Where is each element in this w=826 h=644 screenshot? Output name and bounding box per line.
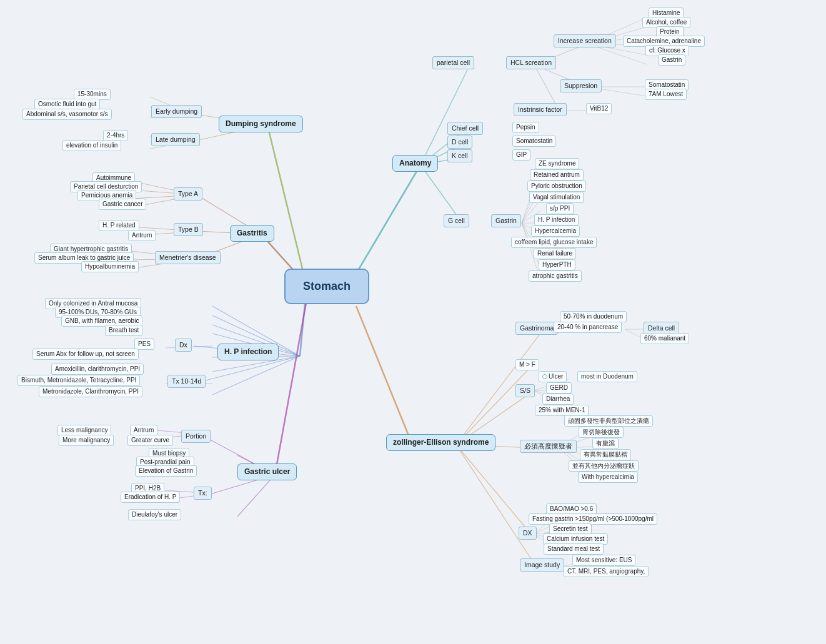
ze-synd: ZE syndrome bbox=[535, 158, 579, 169]
suspect-3: 有腹瀉 bbox=[592, 438, 619, 449]
ze-diarrhea: Diarrhea bbox=[542, 394, 574, 405]
section-gastritis: Gastritis bbox=[230, 225, 274, 242]
fasting-gastrin: Fasting gastrin >150pg/ml (>500-1000pg/m… bbox=[529, 513, 657, 525]
hp-bismuth: Bismuth, Metronidazole, Tetracycline, PP… bbox=[17, 375, 140, 386]
antrum-b: Antrum bbox=[128, 230, 156, 241]
gu-gastrin: Elevation of Gastrin bbox=[135, 465, 197, 477]
center-node: Stomach bbox=[284, 269, 369, 304]
eus: Most sensitive: EUS bbox=[572, 555, 635, 566]
pancrease-pct: 20-40 % in pancrease bbox=[554, 322, 622, 333]
gastrin-node: Gastrin bbox=[491, 214, 521, 227]
hyperPTH: HyperPTH bbox=[539, 259, 575, 270]
section-dumping: Dumping syndrome bbox=[219, 116, 303, 132]
late-dumping: Late dumping bbox=[151, 133, 200, 146]
section-hp: H. P infection bbox=[217, 344, 279, 360]
gu-dieulafoy: Dieulafoy's ulcer bbox=[128, 509, 181, 520]
hp-dx: Dx bbox=[175, 339, 192, 352]
hp-breath: Breath test bbox=[105, 325, 142, 336]
hcl-secreation: HCL screation bbox=[506, 56, 556, 69]
suspect: 必須高度懷疑者 bbox=[520, 440, 577, 453]
ze-duodenum: most in Duodenum bbox=[577, 371, 637, 382]
suppresion: Suppresion bbox=[560, 79, 602, 92]
dumping-abdominal: Abdominal s/s, vasomotor s/s bbox=[22, 109, 112, 120]
dumping-insulin: elevation of insulin bbox=[62, 140, 121, 151]
hp-infection-gastrin: H. P infection bbox=[534, 214, 579, 225]
section-ze: zollinger-Ellison syndrome bbox=[386, 434, 495, 451]
duodenum-pct: 50-70% in duodenum bbox=[560, 311, 627, 322]
svg-line-57 bbox=[456, 445, 531, 534]
section-anatomy: Anatomy bbox=[392, 155, 438, 172]
intrinsic-factor: Instrinsic factor bbox=[514, 103, 567, 116]
hp-amox: Amoxicillin, clarithromycin, PPI bbox=[51, 364, 144, 375]
ze-men1: 25% with MEN-1 bbox=[535, 405, 589, 416]
parietal-cell: parietal cell bbox=[432, 56, 474, 69]
mind-map: Stomach Dumping syndrome Early dumping 1… bbox=[0, 0, 826, 644]
gip: GIP bbox=[512, 149, 530, 161]
hypercalcemia: Hypercalcemia bbox=[531, 225, 580, 237]
suspect-4: 有異常黏膜黏褶 bbox=[580, 449, 631, 460]
gu-greater: Greater curve bbox=[127, 435, 173, 446]
suspect-6: With hypercalcimia bbox=[578, 472, 638, 483]
somatostatin-d: Somatostatin bbox=[512, 136, 556, 147]
hp-metro: Metronidazole, Clarithromycin, PPI bbox=[39, 386, 142, 397]
increase-secreation: Increase screation bbox=[554, 34, 616, 47]
image-study: Image study bbox=[520, 558, 564, 572]
vagal-stim: Vagal stimulation bbox=[529, 192, 584, 203]
gastrinoma: Gastrinoma bbox=[515, 322, 558, 335]
suspect-2: 胃切除後復發 bbox=[579, 427, 624, 438]
gu-portion: Portion bbox=[181, 430, 211, 443]
menetrier: Menetrier's disease bbox=[155, 251, 221, 264]
suspect-5: 並有其他內分泌瘤症狀 bbox=[569, 460, 639, 472]
hypoalb: Hypoalbuminemia bbox=[81, 261, 139, 272]
gu-more-mal: More malignancy bbox=[59, 435, 114, 446]
svg-line-5 bbox=[356, 306, 412, 445]
svg-line-90 bbox=[212, 356, 300, 395]
malignant: 60% malianant bbox=[640, 333, 689, 344]
svg-line-100 bbox=[237, 475, 275, 517]
vitb12: VitB12 bbox=[586, 103, 612, 114]
gastrin-leaf: Gastrin bbox=[658, 54, 685, 66]
coffeem: coffeem lipid, glucose intake bbox=[511, 237, 597, 248]
type-b: Type B bbox=[174, 223, 203, 236]
d-cell: D cell bbox=[447, 136, 472, 149]
svg-line-4 bbox=[350, 165, 420, 284]
pepsin: Pepsin bbox=[512, 122, 539, 133]
retained-antrum: Retained antrum bbox=[530, 169, 584, 181]
svg-line-0 bbox=[267, 125, 306, 284]
atrophic: atrophic gastritis bbox=[529, 270, 582, 282]
k-cell: K cell bbox=[447, 149, 472, 162]
ze-dx: DX bbox=[519, 527, 537, 540]
7am-lowest: 7AM Lowest bbox=[645, 89, 687, 100]
svg-line-54 bbox=[456, 367, 531, 445]
suspect-1: 頑固多發性非典型部位之潰瘍 bbox=[564, 415, 653, 427]
g-cell: G cell bbox=[444, 214, 469, 227]
ct-mri: CT. MRI, PES, angiography, bbox=[564, 566, 649, 577]
mf: M > F bbox=[515, 359, 539, 370]
svg-line-58 bbox=[456, 445, 536, 567]
sp-ppi: s/p PPI bbox=[546, 203, 574, 214]
ze-gerd: GERD bbox=[546, 382, 572, 394]
section-gu: Gastric ulcer bbox=[237, 463, 297, 480]
chief-cell: Chief cell bbox=[447, 122, 483, 135]
gastric-cancer: Gastric cancer bbox=[99, 199, 146, 210]
pyloric-obs: Pyloric obstruction bbox=[527, 181, 586, 192]
ze-ss: S/S bbox=[515, 384, 535, 397]
type-a: Type A bbox=[174, 187, 202, 201]
early-dumping: Early dumping bbox=[151, 105, 202, 118]
ze-ulcer: Ulcer bbox=[539, 371, 567, 382]
gu-erad: Eradication of H. P bbox=[121, 492, 180, 503]
renal-fail: Renal failure bbox=[534, 248, 576, 259]
standard-meal: Standard meal test bbox=[544, 543, 604, 555]
hp-tx: Tx 10-14d bbox=[167, 375, 206, 388]
gu-tx: Tx: bbox=[194, 487, 212, 500]
hp-serum-abx: Serum Abx for follow up, not screen bbox=[32, 349, 139, 360]
svg-line-3 bbox=[275, 303, 306, 475]
